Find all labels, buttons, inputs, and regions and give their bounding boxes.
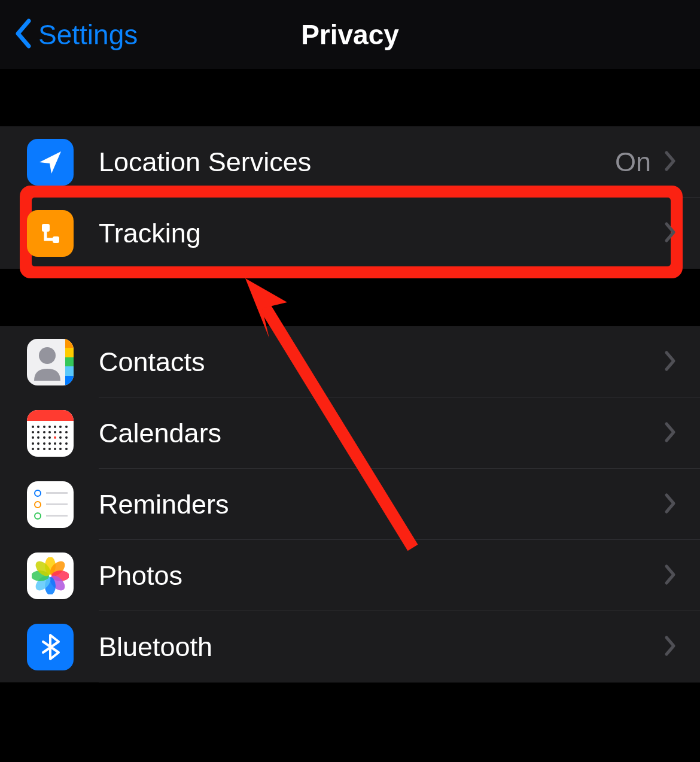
settings-group-1: Location Services On Tracking (0, 126, 700, 269)
tracking-icon (27, 210, 74, 257)
reminders-icon (27, 481, 74, 528)
row-label: Bluetooth (99, 632, 664, 663)
back-label: Settings (38, 19, 138, 51)
row-label: Photos (99, 560, 664, 591)
nav-bar: Settings Privacy (0, 0, 700, 69)
chevron-right-icon (664, 564, 676, 588)
chevron-right-icon (664, 150, 676, 174)
section-spacer (0, 69, 700, 126)
row-value: On (615, 147, 651, 178)
row-divider (99, 682, 700, 682)
row-calendars[interactable]: Calendars (0, 397, 700, 469)
bluetooth-icon (27, 624, 74, 670)
chevron-right-icon (664, 493, 676, 517)
row-label: Location Services (99, 147, 615, 178)
row-label: Calendars (99, 418, 664, 449)
row-location-services[interactable]: Location Services On (0, 126, 700, 198)
row-label: Reminders (99, 489, 664, 520)
row-contacts[interactable]: Contacts (0, 326, 700, 397)
contacts-icon (27, 339, 74, 385)
svg-point-2 (39, 347, 56, 364)
chevron-right-icon (664, 635, 676, 659)
location-arrow-icon (27, 139, 74, 186)
row-bluetooth[interactable]: Bluetooth (0, 611, 700, 682)
calendar-icon (27, 410, 74, 457)
row-reminders[interactable]: Reminders (0, 469, 700, 540)
chevron-right-icon (664, 221, 676, 245)
section-spacer (0, 269, 700, 326)
photos-icon (27, 552, 74, 599)
settings-group-2: Contacts Calendars (0, 326, 700, 682)
page-title: Privacy (301, 19, 399, 51)
chevron-right-icon (664, 350, 676, 374)
row-label: Tracking (99, 218, 664, 249)
chevron-left-icon (14, 19, 32, 51)
row-label: Contacts (99, 347, 664, 378)
back-button[interactable]: Settings (14, 19, 138, 51)
row-tracking[interactable]: Tracking (0, 198, 700, 269)
chevron-right-icon (664, 421, 676, 445)
row-photos[interactable]: Photos (0, 540, 700, 611)
